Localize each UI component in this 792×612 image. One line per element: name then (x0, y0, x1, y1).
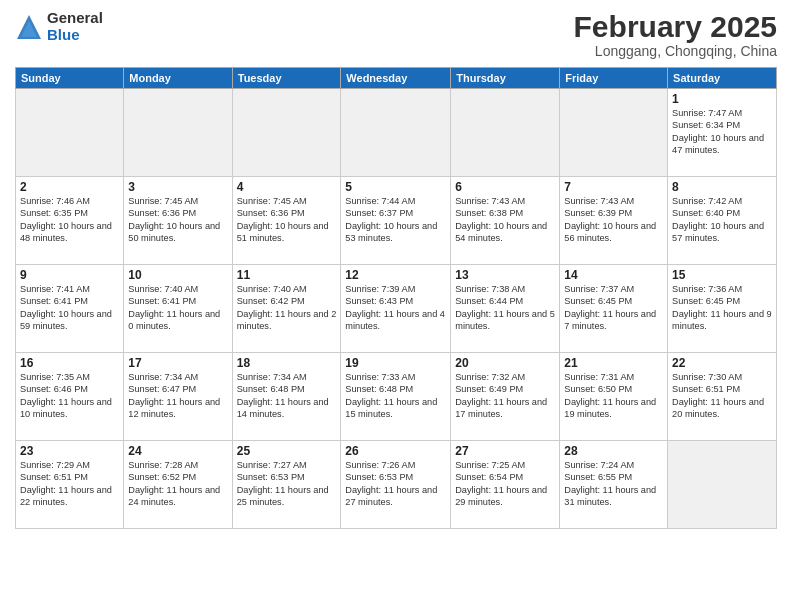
day-number: 3 (128, 180, 227, 194)
day-cell (341, 89, 451, 177)
day-cell: 8Sunrise: 7:42 AMSunset: 6:40 PMDaylight… (668, 177, 777, 265)
day-cell: 24Sunrise: 7:28 AMSunset: 6:52 PMDayligh… (124, 441, 232, 529)
day-cell: 6Sunrise: 7:43 AMSunset: 6:38 PMDaylight… (451, 177, 560, 265)
day-number: 11 (237, 268, 337, 282)
week-row-0: 1Sunrise: 7:47 AMSunset: 6:34 PMDaylight… (16, 89, 777, 177)
day-cell: 16Sunrise: 7:35 AMSunset: 6:46 PMDayligh… (16, 353, 124, 441)
weekday-header-saturday: Saturday (668, 68, 777, 89)
day-info: Sunrise: 7:25 AMSunset: 6:54 PMDaylight:… (455, 459, 555, 509)
day-cell: 26Sunrise: 7:26 AMSunset: 6:53 PMDayligh… (341, 441, 451, 529)
day-number: 4 (237, 180, 337, 194)
day-number: 24 (128, 444, 227, 458)
calendar: SundayMondayTuesdayWednesdayThursdayFrid… (15, 67, 777, 529)
day-cell: 11Sunrise: 7:40 AMSunset: 6:42 PMDayligh… (232, 265, 341, 353)
day-info: Sunrise: 7:26 AMSunset: 6:53 PMDaylight:… (345, 459, 446, 509)
day-cell: 14Sunrise: 7:37 AMSunset: 6:45 PMDayligh… (560, 265, 668, 353)
header: General Blue February 2025 Longgang, Cho… (15, 10, 777, 59)
weekday-header-tuesday: Tuesday (232, 68, 341, 89)
day-cell: 23Sunrise: 7:29 AMSunset: 6:51 PMDayligh… (16, 441, 124, 529)
day-number: 9 (20, 268, 119, 282)
day-cell (16, 89, 124, 177)
day-info: Sunrise: 7:46 AMSunset: 6:35 PMDaylight:… (20, 195, 119, 245)
day-cell: 4Sunrise: 7:45 AMSunset: 6:36 PMDaylight… (232, 177, 341, 265)
day-cell: 22Sunrise: 7:30 AMSunset: 6:51 PMDayligh… (668, 353, 777, 441)
day-number: 14 (564, 268, 663, 282)
day-cell: 3Sunrise: 7:45 AMSunset: 6:36 PMDaylight… (124, 177, 232, 265)
day-number: 26 (345, 444, 446, 458)
month-title: February 2025 (574, 10, 777, 43)
day-number: 13 (455, 268, 555, 282)
day-number: 15 (672, 268, 772, 282)
day-info: Sunrise: 7:37 AMSunset: 6:45 PMDaylight:… (564, 283, 663, 333)
weekday-header-thursday: Thursday (451, 68, 560, 89)
day-info: Sunrise: 7:30 AMSunset: 6:51 PMDaylight:… (672, 371, 772, 421)
day-cell (232, 89, 341, 177)
logo: General Blue (15, 10, 103, 43)
day-cell: 20Sunrise: 7:32 AMSunset: 6:49 PMDayligh… (451, 353, 560, 441)
day-cell: 5Sunrise: 7:44 AMSunset: 6:37 PMDaylight… (341, 177, 451, 265)
day-info: Sunrise: 7:34 AMSunset: 6:48 PMDaylight:… (237, 371, 337, 421)
day-info: Sunrise: 7:33 AMSunset: 6:48 PMDaylight:… (345, 371, 446, 421)
day-number: 25 (237, 444, 337, 458)
weekday-header-monday: Monday (124, 68, 232, 89)
day-number: 19 (345, 356, 446, 370)
day-cell: 25Sunrise: 7:27 AMSunset: 6:53 PMDayligh… (232, 441, 341, 529)
day-info: Sunrise: 7:42 AMSunset: 6:40 PMDaylight:… (672, 195, 772, 245)
day-cell: 12Sunrise: 7:39 AMSunset: 6:43 PMDayligh… (341, 265, 451, 353)
logo-general-text: General (47, 10, 103, 27)
day-number: 21 (564, 356, 663, 370)
day-cell: 7Sunrise: 7:43 AMSunset: 6:39 PMDaylight… (560, 177, 668, 265)
day-cell: 10Sunrise: 7:40 AMSunset: 6:41 PMDayligh… (124, 265, 232, 353)
day-cell (124, 89, 232, 177)
day-number: 6 (455, 180, 555, 194)
day-info: Sunrise: 7:44 AMSunset: 6:37 PMDaylight:… (345, 195, 446, 245)
day-info: Sunrise: 7:40 AMSunset: 6:42 PMDaylight:… (237, 283, 337, 333)
day-cell: 9Sunrise: 7:41 AMSunset: 6:41 PMDaylight… (16, 265, 124, 353)
day-number: 20 (455, 356, 555, 370)
day-cell: 13Sunrise: 7:38 AMSunset: 6:44 PMDayligh… (451, 265, 560, 353)
weekday-header-sunday: Sunday (16, 68, 124, 89)
day-number: 22 (672, 356, 772, 370)
day-info: Sunrise: 7:39 AMSunset: 6:43 PMDaylight:… (345, 283, 446, 333)
day-number: 27 (455, 444, 555, 458)
day-number: 7 (564, 180, 663, 194)
day-info: Sunrise: 7:47 AMSunset: 6:34 PMDaylight:… (672, 107, 772, 157)
week-row-4: 23Sunrise: 7:29 AMSunset: 6:51 PMDayligh… (16, 441, 777, 529)
logo-blue-text: Blue (47, 27, 103, 44)
week-row-2: 9Sunrise: 7:41 AMSunset: 6:41 PMDaylight… (16, 265, 777, 353)
weekday-header-wednesday: Wednesday (341, 68, 451, 89)
day-cell: 19Sunrise: 7:33 AMSunset: 6:48 PMDayligh… (341, 353, 451, 441)
weekday-header-friday: Friday (560, 68, 668, 89)
week-row-1: 2Sunrise: 7:46 AMSunset: 6:35 PMDaylight… (16, 177, 777, 265)
day-cell: 17Sunrise: 7:34 AMSunset: 6:47 PMDayligh… (124, 353, 232, 441)
day-number: 8 (672, 180, 772, 194)
day-cell: 21Sunrise: 7:31 AMSunset: 6:50 PMDayligh… (560, 353, 668, 441)
day-number: 2 (20, 180, 119, 194)
day-number: 23 (20, 444, 119, 458)
day-info: Sunrise: 7:45 AMSunset: 6:36 PMDaylight:… (237, 195, 337, 245)
day-info: Sunrise: 7:29 AMSunset: 6:51 PMDaylight:… (20, 459, 119, 509)
day-info: Sunrise: 7:43 AMSunset: 6:39 PMDaylight:… (564, 195, 663, 245)
day-cell: 15Sunrise: 7:36 AMSunset: 6:45 PMDayligh… (668, 265, 777, 353)
page: General Blue February 2025 Longgang, Cho… (0, 0, 792, 612)
day-info: Sunrise: 7:38 AMSunset: 6:44 PMDaylight:… (455, 283, 555, 333)
day-cell: 28Sunrise: 7:24 AMSunset: 6:55 PMDayligh… (560, 441, 668, 529)
day-info: Sunrise: 7:40 AMSunset: 6:41 PMDaylight:… (128, 283, 227, 333)
day-info: Sunrise: 7:36 AMSunset: 6:45 PMDaylight:… (672, 283, 772, 333)
day-number: 18 (237, 356, 337, 370)
day-number: 1 (672, 92, 772, 106)
logo-text: General Blue (47, 10, 103, 43)
day-info: Sunrise: 7:24 AMSunset: 6:55 PMDaylight:… (564, 459, 663, 509)
day-number: 16 (20, 356, 119, 370)
day-cell: 1Sunrise: 7:47 AMSunset: 6:34 PMDaylight… (668, 89, 777, 177)
location: Longgang, Chongqing, China (574, 43, 777, 59)
day-info: Sunrise: 7:28 AMSunset: 6:52 PMDaylight:… (128, 459, 227, 509)
logo-icon (15, 13, 43, 41)
day-info: Sunrise: 7:35 AMSunset: 6:46 PMDaylight:… (20, 371, 119, 421)
day-cell (560, 89, 668, 177)
day-cell: 2Sunrise: 7:46 AMSunset: 6:35 PMDaylight… (16, 177, 124, 265)
day-cell: 27Sunrise: 7:25 AMSunset: 6:54 PMDayligh… (451, 441, 560, 529)
day-info: Sunrise: 7:41 AMSunset: 6:41 PMDaylight:… (20, 283, 119, 333)
day-info: Sunrise: 7:45 AMSunset: 6:36 PMDaylight:… (128, 195, 227, 245)
title-block: February 2025 Longgang, Chongqing, China (574, 10, 777, 59)
